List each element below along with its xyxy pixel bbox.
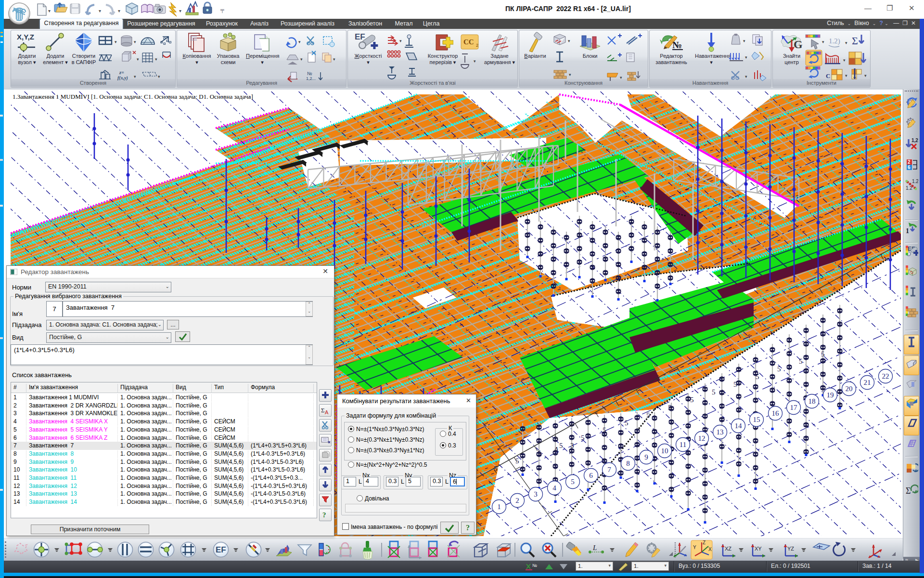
svg-text:L: L bbox=[592, 544, 597, 552]
svg-text:XY: XY bbox=[755, 546, 762, 552]
svg-text:21: 21 bbox=[864, 379, 871, 386]
svg-text:2: 2 bbox=[515, 497, 519, 504]
svg-text:5: 5 bbox=[733, 381, 737, 388]
svg-text:?: ? bbox=[322, 511, 326, 519]
svg-text:1.2: 1.2 bbox=[912, 179, 918, 184]
svg-text:7: 7 bbox=[607, 466, 611, 473]
svg-text:19: 19 bbox=[827, 391, 834, 399]
svg-text:18: 18 bbox=[808, 397, 816, 405]
svg-text:▾: ▾ bbox=[118, 8, 120, 13]
svg-text:3: 3 bbox=[534, 490, 538, 498]
svg-text:5: 5 bbox=[515, 457, 519, 465]
svg-text:╤: ╤ bbox=[220, 7, 224, 13]
svg-text:▾: ▾ bbox=[179, 8, 181, 13]
svg-text:5: 5 bbox=[799, 357, 803, 365]
svg-text:5: 5 bbox=[777, 365, 781, 373]
svg-text:XZ: XZ bbox=[725, 546, 732, 552]
svg-text:A: A bbox=[325, 409, 329, 415]
svg-text:5: 5 bbox=[668, 404, 672, 411]
svg-text:5: 5 bbox=[821, 350, 825, 358]
svg-text:15: 15 bbox=[753, 416, 760, 423]
svg-text:8: 8 bbox=[626, 460, 630, 467]
svg-text:17: 17 bbox=[790, 404, 798, 411]
svg-text:5: 5 bbox=[712, 388, 716, 396]
svg-text:12: 12 bbox=[698, 434, 706, 442]
svg-text:5: 5 bbox=[603, 426, 606, 434]
svg-text:9: 9 bbox=[644, 453, 648, 461]
svg-text:Σ: Σ bbox=[906, 486, 911, 496]
svg-text:Z: Z bbox=[703, 540, 706, 545]
svg-text:1: 1 bbox=[497, 503, 501, 511]
svg-text:2: 2 bbox=[908, 159, 911, 165]
svg-text:16: 16 bbox=[772, 409, 780, 417]
svg-text:X: X bbox=[708, 547, 712, 552]
svg-text:20: 20 bbox=[846, 385, 853, 393]
svg-text:1,2: 1,2 bbox=[911, 138, 918, 143]
svg-text:5: 5 bbox=[625, 419, 629, 427]
svg-text:10: 10 bbox=[661, 447, 668, 455]
svg-text:EF: EF bbox=[216, 545, 226, 554]
svg-text:№: № bbox=[532, 563, 537, 568]
svg-text:5: 5 bbox=[571, 478, 575, 486]
svg-text:5: 5 bbox=[581, 434, 585, 442]
svg-text:А: А bbox=[553, 446, 559, 453]
svg-text:Σ: Σ bbox=[321, 407, 325, 414]
svg-text:1: 1 bbox=[906, 227, 909, 235]
svg-text:5: 5 bbox=[559, 442, 563, 449]
svg-text:14: 14 bbox=[735, 422, 743, 430]
svg-text:6: 6 bbox=[908, 165, 911, 170]
svg-text:6: 6 bbox=[589, 472, 593, 479]
svg-text:5: 5 bbox=[646, 411, 650, 419]
svg-text:5: 5 bbox=[756, 373, 759, 381]
svg-text:YZ: YZ bbox=[787, 546, 794, 552]
svg-text:5: 5 bbox=[494, 465, 498, 473]
svg-text:5: 5 bbox=[538, 449, 541, 457]
svg-text:3: 3 bbox=[570, 442, 574, 449]
svg-text:11: 11 bbox=[680, 441, 686, 448]
svg-text:▾: ▾ bbox=[48, 8, 51, 13]
svg-text:22: 22 bbox=[882, 372, 889, 380]
svg-text:4: 4 bbox=[552, 484, 556, 492]
svg-text:Y: Y bbox=[693, 545, 696, 550]
svg-text:5: 5 bbox=[690, 396, 694, 404]
svg-text:13: 13 bbox=[717, 428, 724, 436]
svg-text:▾: ▾ bbox=[99, 8, 101, 13]
